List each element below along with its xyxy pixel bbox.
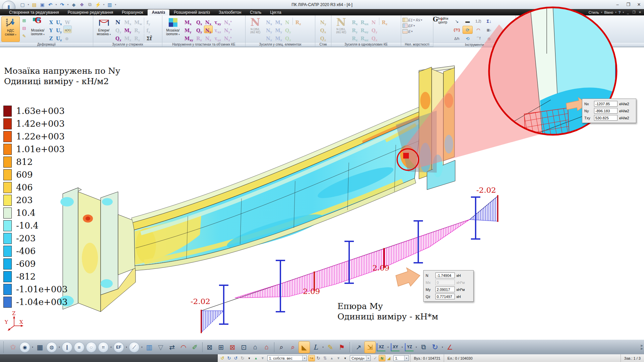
- numbering-icon[interactable]: 1,2): [473, 17, 483, 25]
- deform-rot[interactable]: ⊗: [63, 34, 72, 41]
- deform-w[interactable]: W: [63, 17, 72, 25]
- help-menu[interactable]: ?: [619, 10, 621, 14]
- special-force-button[interactable]: Mz: [274, 34, 283, 41]
- rod-n[interactable]: N: [114, 17, 122, 25]
- rod-fy[interactable]: fy: [144, 17, 153, 25]
- measure-icon[interactable]: L: [310, 341, 321, 353]
- redo-icon[interactable]: ↷: [58, 1, 66, 8]
- zoom-icon[interactable]: ⌕: [276, 341, 287, 353]
- plate-ny[interactable]: Ny: [204, 25, 213, 33]
- history-fwd-all-icon[interactable]: ↻: [239, 355, 246, 361]
- number-combo[interactable]: 1.▾: [393, 355, 409, 361]
- plate-txy[interactable]: τxy: [213, 17, 222, 25]
- plate-nx[interactable]: Nx: [204, 17, 213, 25]
- history-back-all-icon[interactable]: ↺: [232, 355, 239, 361]
- plate-nza[interactable]: Nza: [223, 34, 233, 41]
- next-icon[interactable]: ▼: [335, 355, 342, 361]
- mdi-restore-button[interactable]: ❐: [632, 10, 636, 14]
- special-force-button[interactable]: Rz: [292, 17, 302, 25]
- view-arrows-icon[interactable]: ↘: [452, 17, 462, 25]
- quick-launch-dropdown-icon[interactable]: ▾: [102, 1, 105, 8]
- redo-dropdown-icon[interactable]: ▾: [66, 1, 69, 8]
- single-node-force-button[interactable]: Qy: [370, 25, 379, 33]
- updown-icon[interactable]: ⇅: [322, 355, 328, 361]
- cursor-scale-icon[interactable]: ▬: [463, 17, 473, 25]
- rotate-mode-icon[interactable]: ↻: [315, 355, 322, 361]
- plate-qy[interactable]: Qy: [195, 25, 204, 33]
- horizontal-elements-icon[interactable]: ≡: [74, 342, 85, 353]
- rotate-model-icon[interactable]: ↻: [429, 341, 441, 353]
- special-force-button[interactable]: Nx: [265, 17, 273, 25]
- history-back-icon[interactable]: ↺: [219, 355, 226, 361]
- plate-nz[interactable]: Nz: [204, 34, 213, 41]
- deform-uy[interactable]: Uy: [55, 25, 63, 33]
- minimize-button[interactable]: –: [614, 2, 621, 7]
- edit-ruler-icon[interactable]: ✎: [21, 33, 28, 39]
- prev-icon[interactable]: ▲: [328, 355, 335, 361]
- qat-overflow-icon[interactable]: ▾: [114, 1, 117, 8]
- book-icon[interactable]: ❖: [78, 1, 86, 8]
- single-node-force-button[interactable]: Rz: [351, 34, 359, 41]
- plane-view-icon[interactable]: ⧉: [418, 341, 429, 353]
- rod-rz[interactable]: Rz: [133, 34, 143, 41]
- paint-selection-icon[interactable]: ✐: [189, 341, 201, 353]
- mosaic-load-icon[interactable]: ▦↓: [484, 26, 494, 34]
- style-menu[interactable]: Стиль: [589, 10, 599, 14]
- special-force-button[interactable]: Mx: [274, 17, 283, 25]
- new-dropdown-icon[interactable]: ▾: [27, 1, 30, 8]
- deform-x[interactable]: X: [48, 17, 54, 25]
- ribbon-tab[interactable]: Цегла: [266, 9, 285, 15]
- more-icon[interactable]: ▾: [342, 355, 348, 361]
- rod-mx[interactable]: Mx: [123, 17, 132, 25]
- loadcase-down-icon[interactable]: ▼: [259, 355, 266, 361]
- check-icon[interactable]: ✓: [372, 355, 379, 361]
- joint-force-button[interactable]: Ny: [319, 17, 327, 25]
- save-icon[interactable]: ▣: [39, 1, 46, 8]
- ribbon-tab[interactable]: Розширене редагування: [63, 9, 118, 15]
- plate-qx[interactable]: Qx: [195, 17, 204, 25]
- view-xy-icon[interactable]: XY: [391, 343, 399, 351]
- view-xz-icon[interactable]: XZ: [377, 343, 385, 351]
- fragment-icon[interactable]: ⊠: [204, 341, 215, 353]
- undo-fragment-icon[interactable]: ⊡: [238, 341, 250, 353]
- rod-mz[interactable]: Mz: [123, 34, 132, 41]
- flashlight-icon[interactable]: ◣: [299, 341, 310, 353]
- rod-ry[interactable]: Ry: [133, 25, 143, 33]
- plate-my[interactable]: My: [183, 25, 195, 33]
- arch-frame-icon[interactable]: ◠: [178, 341, 189, 353]
- polygon-select-icon[interactable]: ✩: [7, 341, 19, 353]
- red-axes-icon[interactable]: ∠: [444, 341, 455, 353]
- rod-sum[interactable]: Σf̄: [144, 34, 153, 41]
- deform-y[interactable]: Y: [48, 25, 54, 33]
- nodes-elements-icon[interactable]: ▦: [34, 341, 46, 353]
- nds-schemes-button[interactable]: НДС схеми ▾: [1, 16, 20, 42]
- ribbon-tab[interactable]: Залізобетон: [214, 9, 246, 15]
- flip-selection-icon[interactable]: ⇄: [166, 341, 178, 353]
- refresh-all-icon[interactable]: ⟲: [463, 35, 473, 43]
- model-viewport[interactable]: [0, 47, 644, 340]
- delta-hs-icon[interactable]: Δ/h: [452, 35, 462, 43]
- loadcase-up-icon[interactable]: ▲: [253, 355, 259, 361]
- zoom-cancel-icon[interactable]: ⌕: [287, 341, 299, 353]
- ribbon-tab[interactable]: Аналіз: [148, 9, 170, 15]
- isometry-icon[interactable]: ↗: [353, 341, 364, 353]
- axes-xyz-icon[interactable]: ⇲: [364, 341, 376, 353]
- quick-launch-icon[interactable]: ⚡: [94, 1, 102, 8]
- filter-icon[interactable]: ▽: [155, 341, 166, 353]
- sum-loads-icon[interactable]: Σ↓: [484, 17, 494, 25]
- snapshot-icon[interactable]: ⧉: [86, 1, 94, 8]
- history-fwd-icon[interactable]: ↻: [226, 355, 232, 361]
- e1-button[interactable]: E1▾: [402, 18, 415, 22]
- joint-force-button[interactable]: Qz: [319, 34, 327, 41]
- new-document-icon[interactable]: ▢: [19, 1, 26, 8]
- single-node-n-button[interactable]: N N (251, 261 КЕ): [333, 16, 350, 34]
- node-cursor-icon[interactable]: ↪: [308, 355, 315, 361]
- refresh-results-icon[interactable]: ⟳: [463, 26, 473, 34]
- errors-icon[interactable]: {?!}: [452, 26, 462, 34]
- undo-dropdown-icon[interactable]: ▾: [55, 1, 58, 8]
- rod-mw[interactable]: Mw: [133, 17, 143, 25]
- ribbon-tab[interactable]: Сталь: [246, 9, 266, 15]
- average-combo[interactable]: Середн▾: [350, 355, 371, 361]
- 3d-bars-icon[interactable]: ▥: [144, 341, 155, 353]
- special-force-button[interactable]: Nz: [265, 34, 273, 41]
